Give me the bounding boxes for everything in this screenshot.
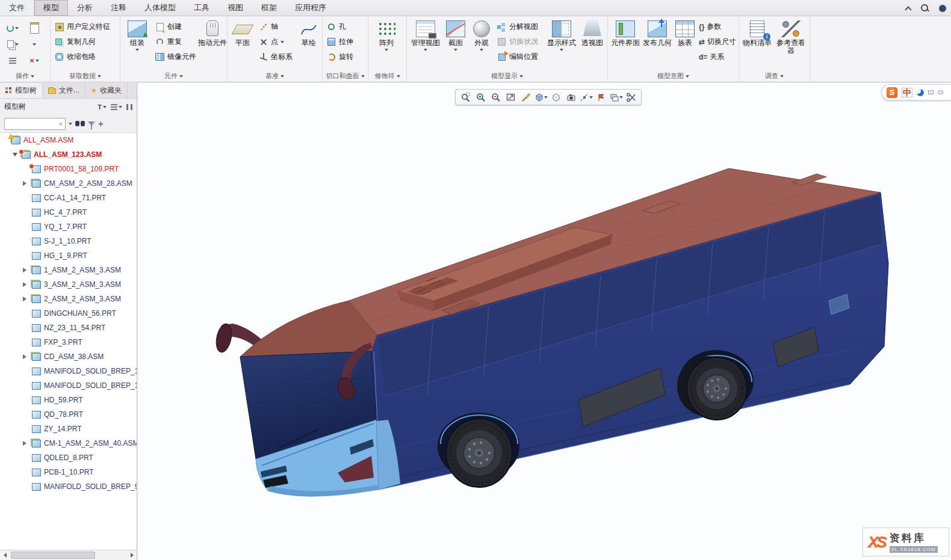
tree-item[interactable]: HC_4_7.PRT — [0, 205, 137, 220]
display-style-button-graphics[interactable] — [534, 90, 548, 104]
scroll-left-icon[interactable] — [0, 550, 10, 560]
tree-item[interactable]: CC-A1_14_71.PRT — [0, 191, 137, 205]
refit-button[interactable] — [504, 90, 518, 104]
expand-arrow[interactable] — [23, 353, 29, 360]
tree-search-input[interactable] — [5, 119, 53, 129]
component-interface-button[interactable]: 元件界面 — [610, 18, 641, 72]
tree-settings-button[interactable] — [126, 104, 132, 110]
parameters-button[interactable]: {}参数 — [697, 19, 740, 34]
find-icon[interactable] — [75, 120, 85, 128]
investigate-group-label[interactable]: 调查 — [739, 72, 810, 81]
tree-item[interactable]: MANIFOLD_SOLID_BREP_1 — [0, 378, 137, 393]
expand-arrow[interactable] — [23, 440, 29, 447]
expand-arrow[interactable] — [23, 281, 29, 288]
tab-view[interactable]: 视图 — [218, 0, 252, 16]
add-filter-icon[interactable]: + — [98, 119, 104, 128]
edit-position-button[interactable]: 编辑位置 — [495, 49, 544, 64]
tab-model-tree[interactable]: 模型树 — [0, 83, 43, 98]
repeat-button[interactable]: 重复 — [153, 34, 196, 49]
tree-item[interactable]: 3_ASM_2_ASM_3.ASM — [0, 277, 137, 292]
tab-framework[interactable]: 框架 — [252, 0, 286, 16]
ime-keyboard-icon[interactable] — [928, 90, 934, 94]
scroll-thumb[interactable] — [11, 552, 95, 559]
tree-item[interactable]: HD_59.PRT — [0, 393, 137, 407]
tree-item[interactable]: ALL_ASM.ASM — [0, 133, 137, 147]
modifiers-group-label[interactable]: 修饰符 — [368, 72, 406, 81]
model-intent-group-label[interactable]: 模型意图 — [608, 72, 739, 81]
hidden-line-button[interactable] — [549, 90, 563, 104]
drag-components-button[interactable]: 拖动元件 — [197, 18, 228, 72]
point-button[interactable]: 点 — [256, 34, 295, 49]
tree-sort-button[interactable]: T — [98, 103, 107, 111]
tree-item[interactable]: 2_ASM_2_ASM_3.ASM — [0, 292, 137, 306]
scroll-track[interactable] — [10, 550, 127, 560]
shrinkwrap-button[interactable]: 收缩包络 — [52, 49, 112, 64]
bom-button[interactable]: 物料清单 — [741, 18, 773, 72]
tree-item[interactable]: 1_ASM_2_ASM_3.ASM — [0, 263, 137, 277]
collapse-ribbon-icon[interactable] — [905, 6, 911, 13]
scroll-right-icon[interactable] — [127, 550, 137, 560]
tree-item[interactable]: DINGCHUAN_56.PRT — [0, 306, 137, 321]
tree-item[interactable]: QD_78.PRT — [0, 407, 137, 422]
tree-item[interactable]: MANIFOLD_SOLID_BREP_9 — [0, 479, 137, 494]
model-display-group-label[interactable]: 模型显示 — [407, 72, 607, 81]
graphics-options-button[interactable] — [624, 90, 638, 104]
account-icon[interactable] — [939, 5, 946, 12]
tab-favorites[interactable]: ★收藏夹 — [85, 83, 128, 98]
tab-analysis[interactable]: 分析 — [68, 0, 102, 16]
clear-search-icon[interactable]: × — [57, 120, 65, 128]
operations-list-button[interactable] — [2, 52, 23, 69]
relations-button[interactable]: d=关系 — [697, 49, 740, 64]
mirror-component-button[interactable]: 镜像元件 — [153, 49, 196, 64]
publish-geometry-button[interactable]: 发布几何 — [642, 18, 673, 72]
paste-button[interactable] — [23, 20, 45, 36]
repaint-button[interactable] — [519, 90, 533, 104]
tree-item[interactable]: CM_ASM_2_ASM_28.ASM — [0, 176, 137, 191]
switch-dimensions-button[interactable]: ⇄切换尺寸 — [697, 34, 740, 49]
tab-annotate[interactable]: 注释 — [102, 0, 135, 16]
revolve-button[interactable]: 旋转 — [324, 49, 355, 64]
tab-applications[interactable]: 应用程序 — [286, 0, 335, 16]
capture-button[interactable] — [564, 90, 578, 104]
tab-model[interactable]: 模型 — [34, 0, 68, 16]
tree-item[interactable]: HG_1_9.PRT — [0, 248, 137, 263]
csys-button[interactable]: 坐标系 — [256, 49, 295, 64]
search-options-icon[interactable] — [69, 123, 72, 125]
perspective-button[interactable]: 透视图 — [579, 18, 606, 72]
expand-arrow[interactable] — [23, 266, 29, 274]
tree-item[interactable]: S-J_1_10.PRT — [0, 234, 137, 248]
bus-model[interactable] — [138, 83, 951, 560]
tree-item[interactable]: FXP_3.PRT — [0, 335, 137, 349]
tree-show-button[interactable] — [111, 104, 122, 110]
expand-arrow[interactable] — [13, 151, 19, 158]
extrude-button[interactable]: 拉伸 — [324, 34, 355, 49]
toggle-status-button[interactable]: 切换状况 — [495, 34, 544, 49]
expand-arrow[interactable] — [23, 295, 29, 303]
sketch-button[interactable]: 草绘 — [296, 18, 322, 72]
manage-views-button[interactable]: 管理视图 — [409, 18, 442, 72]
copy-geometry-button[interactable]: 复制几何 — [52, 34, 112, 49]
plane-button[interactable]: 平面 — [229, 18, 256, 72]
family-table-button[interactable]: 族表 — [674, 18, 696, 72]
tree-item[interactable]: PCB-1_10.PRT — [0, 465, 137, 479]
tree-item[interactable]: PRT0001_58_109.PRT — [0, 162, 137, 176]
tab-manikin[interactable]: 人体模型 — [135, 0, 185, 16]
copy-button[interactable] — [2, 36, 23, 52]
zoom-in-button[interactable] — [474, 90, 488, 104]
graphics-area[interactable]: S 中 XS 资料库 ZL.XS1616.COM — [138, 83, 951, 560]
filter-icon[interactable] — [88, 122, 95, 126]
axis-button[interactable]: 轴 — [256, 19, 295, 34]
delete-button[interactable]: × — [23, 52, 45, 69]
zoom-out-button[interactable] — [489, 90, 503, 104]
tree-item[interactable]: ZY_14.PRT — [0, 422, 137, 436]
tree-item[interactable]: CM-1_ASM_2_ASM_40.ASM — [0, 436, 137, 451]
datum-group-label[interactable]: 基准 — [228, 72, 322, 81]
ime-language-toggle[interactable]: 中 — [902, 88, 912, 97]
assemble-button[interactable]: 组装 — [122, 18, 152, 72]
view-manager-button[interactable] — [609, 90, 623, 104]
ime-settings-icon[interactable] — [938, 90, 943, 94]
tab-file[interactable]: 文件 — [0, 0, 34, 16]
tree-item[interactable]: QDLED_8.PRT — [0, 451, 137, 465]
get-data-group-label[interactable]: 获取数据 — [51, 72, 120, 81]
sogou-logo-icon[interactable]: S — [887, 87, 897, 98]
